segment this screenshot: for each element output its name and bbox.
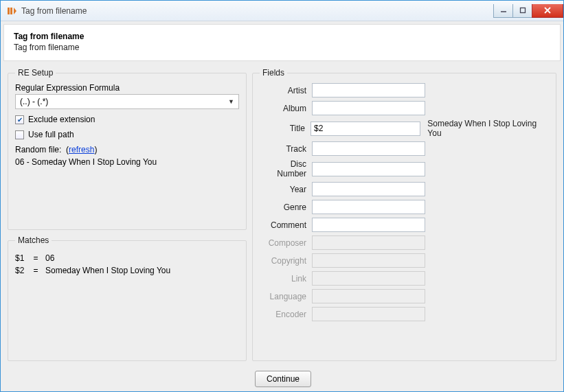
field-row: Album — [260, 101, 549, 115]
field-input-artist[interactable] — [312, 83, 425, 97]
field-label: Link — [260, 274, 312, 284]
field-input-composer — [312, 235, 425, 250]
use-full-path-label: Use full path — [28, 130, 74, 139]
header-panel: Tag from filename Tag from filename — [3, 24, 561, 61]
match-row: $2=Someday When I Stop Loving You — [15, 266, 239, 275]
footer: Continue — [1, 368, 563, 391]
field-row: Language — [260, 289, 549, 303]
field-input-comment[interactable] — [312, 218, 425, 232]
field-preview: Someday When I Stop Loving You — [427, 119, 549, 138]
continue-button[interactable]: Continue — [255, 371, 311, 387]
app-icon — [6, 5, 17, 16]
field-input-encoder — [312, 307, 425, 321]
field-row: Comment — [260, 218, 549, 232]
field-label: Comment — [260, 220, 312, 230]
page-title: Tag from filename — [14, 32, 550, 41]
field-input-track[interactable] — [312, 141, 425, 156]
window-title: Tag from filename — [21, 6, 87, 16]
field-label: Copyright — [260, 256, 312, 266]
field-label: Year — [260, 185, 312, 194]
content-area: RE Setup Regular Expression Formula (..)… — [1, 61, 563, 368]
field-label: Language — [260, 292, 312, 301]
svg-rect-3 — [520, 8, 525, 13]
field-input-genre[interactable] — [312, 200, 425, 214]
refresh-link[interactable]: refresh — [69, 145, 94, 154]
fields-legend: Fields — [260, 68, 287, 78]
formula-label: Regular Expression Formula — [15, 83, 239, 93]
re-setup-legend: RE Setup — [15, 68, 56, 78]
field-input-title[interactable] — [311, 122, 420, 136]
field-row: Genre — [260, 200, 549, 214]
field-label: Track — [260, 144, 312, 154]
exclude-extension-row: ✔ Exclude extension — [15, 115, 239, 124]
right-column: Fields ArtistAlbumTitleSomeday When I St… — [252, 68, 556, 361]
field-row: Disc Number — [260, 159, 549, 178]
exclude-extension-label: Exclude extension — [28, 115, 95, 124]
chevron-down-icon: ▼ — [228, 98, 234, 105]
field-label: Album — [260, 104, 312, 113]
field-input-disc-number[interactable] — [312, 162, 425, 176]
random-file-value: 06 - Someday When I Stop Loving You — [15, 157, 239, 167]
field-label: Composer — [260, 238, 312, 248]
matches-legend: Matches — [15, 235, 52, 245]
svg-rect-0 — [8, 8, 10, 14]
match-key: $2 — [15, 266, 30, 275]
field-input-album[interactable] — [312, 101, 425, 115]
svg-rect-1 — [10, 8, 12, 14]
formula-combobox[interactable]: (..) - (.*) ▼ — [15, 94, 239, 109]
field-row: Copyright — [260, 253, 549, 268]
field-row: Track — [260, 141, 549, 156]
match-value: Someday When I Stop Loving You — [45, 266, 170, 275]
field-row: Artist — [260, 83, 549, 97]
field-input-link — [312, 271, 425, 286]
field-label: Title — [260, 124, 311, 133]
page-subtitle: Tag from filename — [14, 43, 550, 52]
field-label: Disc Number — [260, 159, 312, 178]
minimize-button[interactable] — [493, 4, 513, 18]
maximize-button[interactable] — [512, 4, 532, 18]
fields-group: Fields ArtistAlbumTitleSomeday When I St… — [252, 68, 556, 361]
use-full-path-row: Use full path — [15, 130, 239, 139]
field-label: Genre — [260, 203, 312, 212]
field-row: Link — [260, 271, 549, 286]
titlebar: Tag from filename — [1, 1, 563, 21]
match-key: $1 — [15, 253, 30, 263]
window-buttons — [494, 4, 563, 18]
field-row: Encoder — [260, 307, 549, 321]
re-setup-group: RE Setup Regular Expression Formula (..)… — [8, 68, 247, 230]
match-equals: = — [30, 266, 41, 275]
matches-group: Matches $1=06$2=Someday When I Stop Lovi… — [8, 235, 247, 361]
match-row: $1=06 — [15, 253, 239, 263]
field-label: Encoder — [260, 310, 312, 319]
field-input-language — [312, 289, 425, 303]
field-row: Composer — [260, 235, 549, 250]
match-equals: = — [30, 253, 41, 263]
field-row: TitleSomeday When I Stop Loving You — [260, 119, 549, 138]
field-input-year[interactable] — [312, 182, 425, 196]
field-row: Year — [260, 182, 549, 196]
field-input-copyright — [312, 253, 425, 268]
app-window: Tag from filename Tag from filename Tag … — [0, 0, 564, 392]
formula-value: (..) - (.*) — [20, 97, 48, 106]
use-full-path-checkbox[interactable] — [15, 130, 24, 139]
left-column: RE Setup Regular Expression Formula (..)… — [8, 68, 247, 361]
random-file-row: Random file: (refresh) — [15, 145, 239, 154]
close-button[interactable] — [532, 4, 563, 18]
random-file-label: Random file: — [15, 145, 61, 154]
exclude-extension-checkbox[interactable]: ✔ — [15, 115, 24, 124]
field-label: Artist — [260, 86, 312, 95]
match-value: 06 — [45, 253, 54, 263]
